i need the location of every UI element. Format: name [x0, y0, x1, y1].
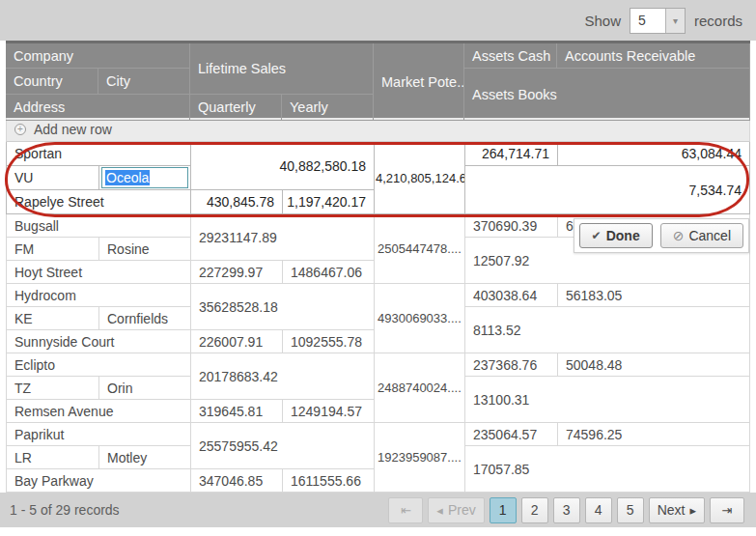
header-market-potential: Market Pote...	[374, 43, 464, 121]
header-city: City	[98, 69, 190, 95]
page-size-select[interactable]: 5 ▾	[630, 8, 686, 34]
cell-city[interactable]: Oceola	[99, 166, 191, 190]
done-label: Done	[606, 228, 640, 243]
cell-lifetime-sales[interactable]: 25575955.42	[191, 423, 375, 469]
cell-city[interactable]: Cornfields	[99, 307, 191, 330]
cell-assets-cash[interactable]: 237368.76	[465, 353, 558, 377]
next-label: Next	[658, 502, 686, 518]
cell-accounts-receivable[interactable]: 56183.05	[558, 284, 750, 307]
cell-assets-books[interactable]: 13100.31	[465, 377, 750, 423]
cell-assets-cash[interactable]: 403038.64	[465, 284, 558, 307]
cell-lifetime-sales[interactable]: 35628528.18	[191, 284, 375, 330]
page-size-value: 5	[630, 9, 665, 33]
header-yearly: Yearly	[282, 95, 374, 121]
header-company: Company	[6, 43, 190, 69]
header-quarterly: Quarterly	[190, 95, 282, 121]
cell-company[interactable]: Hydrocom	[7, 284, 191, 307]
cell-city[interactable]: Rosine	[99, 238, 191, 261]
city-editor-selected-text: Oceola	[105, 170, 150, 185]
add-new-row-label: Add new row	[34, 122, 112, 137]
table-row: Hydrocom KE Cornfields Sunnyside Court 3…	[6, 284, 750, 353]
page-button-2[interactable]: 2	[521, 497, 548, 523]
editable-data-grid: Show 5 ▾ records Company Country City Ad…	[0, 0, 756, 536]
cell-city[interactable]: Motley	[99, 446, 191, 469]
cell-country[interactable]: LR	[7, 446, 99, 469]
header-country: Country	[6, 69, 98, 95]
pager: ⇤ ◂ Prev 1 2 3 4 5 Next ▸ ⇥	[388, 497, 746, 523]
cell-city[interactable]: Orin	[99, 377, 191, 400]
cell-country[interactable]: VU	[7, 166, 99, 190]
last-page-button[interactable]: ⇥	[710, 497, 744, 523]
cell-quarterly[interactable]: 430,845.78	[191, 190, 283, 214]
cell-company[interactable]: Eclipto	[7, 353, 191, 377]
cell-country[interactable]: KE	[7, 307, 99, 330]
cell-market-potential[interactable]: 1923959087....	[375, 423, 465, 493]
cell-company[interactable]: Sportan	[7, 142, 191, 166]
cell-market-potential[interactable]: 4930069033....	[375, 284, 465, 353]
cell-yearly[interactable]: 1249194.57	[283, 400, 375, 423]
page-button-4[interactable]: 4	[585, 497, 612, 523]
cell-company[interactable]: Paprikut	[7, 423, 191, 446]
cell-lifetime-sales[interactable]: 20178683.42	[191, 353, 375, 400]
header-assets-books: Assets Books	[464, 69, 750, 121]
cell-assets-cash[interactable]: 264,714.71	[465, 142, 558, 166]
cell-quarterly[interactable]: 227299.97	[191, 261, 283, 284]
cell-yearly[interactable]: 1486467.06	[283, 261, 375, 284]
cancel-icon: ⊘	[673, 228, 685, 243]
cell-assets-books[interactable]: 8113.52	[465, 307, 750, 353]
cell-accounts-receivable[interactable]: 74596.25	[558, 423, 750, 446]
header-assets-cash: Assets Cash	[464, 43, 557, 69]
cell-accounts-receivable[interactable]: 63,084.44	[558, 142, 750, 166]
cell-yearly[interactable]: 1,197,420.17	[283, 190, 375, 214]
page-button-3[interactable]: 3	[553, 497, 580, 523]
header-address: Address	[6, 95, 190, 121]
records-label: records	[694, 13, 742, 29]
cell-market-potential[interactable]: 2505447478....	[375, 214, 465, 284]
pager-bar: 1 - 5 of 29 records ⇤ ◂ Prev 1 2 3 4 5 N…	[0, 493, 756, 527]
check-icon: ✔	[592, 229, 602, 242]
city-editor-input[interactable]: Oceola	[101, 167, 188, 188]
chevron-down-icon[interactable]: ▾	[665, 9, 685, 33]
cell-address[interactable]: Bay Parkway	[7, 469, 191, 493]
cell-yearly[interactable]: 1092555.78	[283, 330, 375, 353]
prev-icon: ◂	[436, 503, 443, 518]
cell-lifetime-sales[interactable]: 40,882,580.18	[191, 142, 375, 190]
next-icon: ▸	[689, 503, 696, 518]
first-page-button[interactable]: ⇤	[388, 497, 423, 523]
prev-page-button[interactable]: ◂ Prev	[428, 497, 484, 523]
cell-assets-cash[interactable]: 370690.39	[465, 214, 558, 238]
cell-address[interactable]: Hoyt Street	[7, 261, 191, 284]
cell-address[interactable]: Rapelye Street	[7, 190, 191, 214]
page-button-1[interactable]: 1	[490, 497, 517, 523]
last-page-icon: ⇥	[722, 503, 733, 518]
cell-country[interactable]: FM	[7, 238, 99, 261]
first-page-icon: ⇤	[401, 503, 411, 518]
page-button-5[interactable]: 5	[617, 497, 644, 523]
cancel-label: Cancel	[688, 228, 731, 243]
cell-market-potential[interactable]: 4,210,805,124.6	[375, 142, 465, 214]
pager-summary: 1 - 5 of 29 records	[10, 502, 120, 518]
cell-company[interactable]: Bugsall	[7, 214, 191, 238]
add-new-row-button[interactable]: + Add new row	[6, 118, 750, 142]
cell-quarterly[interactable]: 319645.81	[191, 400, 283, 423]
toolbar: Show 5 ▾ records	[0, 0, 756, 41]
table-row: Paprikut LR Motley Bay Parkway 25575955.…	[6, 423, 750, 493]
cell-quarterly[interactable]: 226007.91	[191, 330, 283, 353]
cell-lifetime-sales[interactable]: 29231147.89	[191, 214, 375, 261]
next-page-button[interactable]: Next ▸	[649, 497, 705, 523]
cell-address[interactable]: Sunnyside Court	[7, 330, 191, 353]
done-button[interactable]: ✔ Done	[579, 223, 653, 248]
cell-country[interactable]: TZ	[7, 377, 99, 400]
cell-assets-cash[interactable]: 235064.57	[465, 423, 558, 446]
cell-address[interactable]: Remsen Avenue	[7, 400, 191, 423]
edit-actions-popup: ✔ Done ⊘ Cancel	[574, 218, 749, 253]
cell-accounts-receivable[interactable]: 50048.48	[558, 353, 750, 377]
cell-yearly[interactable]: 1611555.66	[283, 469, 375, 493]
edit-row: Sportan VU Oceola Rapelye Street 40,882,…	[6, 142, 750, 214]
cell-assets-books[interactable]: 7,534.74	[465, 166, 750, 214]
cancel-button[interactable]: ⊘ Cancel	[660, 223, 743, 248]
cell-market-potential[interactable]: 2488740024....	[375, 353, 465, 423]
cell-quarterly[interactable]: 347046.85	[191, 469, 283, 493]
cell-assets-books[interactable]: 17057.85	[465, 446, 750, 493]
prev-label: Prev	[448, 502, 476, 518]
